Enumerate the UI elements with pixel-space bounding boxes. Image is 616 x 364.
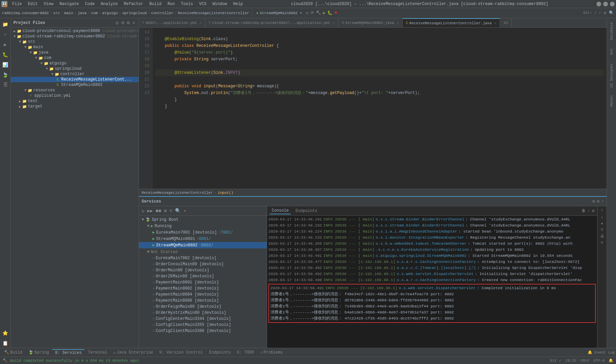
run-all-btn[interactable]: ▶▶ (146, 207, 153, 214)
tab-appyml-8801[interactable]: Y cloud-stream-rabbitmq-provider8801\...… (205, 18, 339, 28)
line-ending-indicator[interactable]: CRLF (581, 359, 589, 363)
code-editor[interactable]: 14 15 16 17 18 19 20 21 22 23 @EnableBin… (139, 28, 607, 189)
eureka-7001-port[interactable]: :7001/ (218, 230, 233, 235)
bottom-tab-java-enterprise[interactable]: ☕ Java Enterprise (111, 349, 156, 356)
payment-8001[interactable]: ○ PaymentMain8001 [devtools] (139, 279, 267, 285)
close-btn[interactable] (610, 2, 615, 6)
favorites-icon[interactable]: ⭐ (1, 328, 10, 338)
tab-endpoints[interactable]: Endpoints (293, 208, 319, 214)
maximize-btn[interactable] (603, 2, 608, 6)
debug-manager-icon[interactable]: 🐛 (1, 50, 10, 59)
editor-breadcrumb-method[interactable]: input() (218, 191, 233, 195)
sync-icon[interactable]: ⟳ (311, 10, 314, 16)
settings-panel-icon[interactable]: ⚙ (126, 19, 130, 26)
breadcrumb-main[interactable]: main (64, 11, 73, 15)
menu-refactor[interactable]: Refactor (121, 1, 146, 7)
notifications-icon[interactable]: 🔔 (609, 358, 613, 363)
menu-edit[interactable]: Edit (25, 1, 40, 7)
run-manager-icon[interactable]: ▶ (1, 40, 10, 49)
charset-indicator[interactable]: UTF-8 (593, 359, 605, 363)
scroll-end-icon[interactable]: ↓ (588, 208, 590, 213)
filter-console-icon[interactable]: ▽ (601, 227, 603, 232)
scroll-bottom-icon[interactable]: ↓ (600, 214, 603, 220)
tree-item-test[interactable]: ▶ 📁 test (11, 98, 139, 104)
eureka-7002[interactable]: ○ EurekaMain7002 [devtools] (139, 255, 267, 261)
search-svc-btn[interactable]: 🔍 (174, 207, 181, 214)
git-status-bar[interactable]: Git ✓ (550, 358, 561, 363)
bottom-tab-services[interactable]: 8: Services (52, 349, 84, 356)
tree-item-appyml[interactable]: Y application.yml (11, 93, 139, 98)
project-icon[interactable]: 📁 (1, 20, 10, 29)
close-console-icon[interactable]: ✕ (601, 240, 603, 245)
tree-item-springcloud[interactable]: ▼ 📁 springcloud (11, 66, 139, 71)
git-status[interactable]: Git: ✓ ✓ (583, 10, 601, 16)
breadcrumb-com[interactable]: com (91, 11, 98, 15)
tree-item-cloud-stream-consumer[interactable]: ▼ 📁 cloud-stream-rabbitmq-consumer8802 c… (11, 34, 139, 39)
build-icon[interactable]: 🔨 (316, 10, 321, 16)
filter-btn[interactable]: ▽ (169, 207, 173, 214)
menu-navigate[interactable]: Navigate (57, 1, 82, 7)
settings-services-icon[interactable]: ⚙ (592, 199, 595, 204)
bottom-tab-terminal[interactable]: Terminal (85, 350, 110, 356)
menu-code[interactable]: Code (82, 1, 97, 7)
database-icon[interactable]: 🗄 (1, 80, 10, 90)
add-svc-btn[interactable]: + (183, 208, 187, 214)
run-config[interactable]: ● StreamMQmMain8802 ▾ (256, 11, 302, 15)
stream-mq-8802[interactable]: ▶ StreamMQmMain8802 :8802/ (139, 242, 267, 248)
locate-icon[interactable]: ◎ (115, 19, 119, 26)
config-client-3366[interactable]: ○ ConfigClientMain3366 [devtools] (139, 328, 267, 334)
bottom-tab-vcs[interactable]: 9: Version Control (156, 350, 206, 356)
stop-all-btn[interactable]: ■■ (155, 208, 162, 214)
profiler-icon[interactable]: 📊 (1, 60, 10, 69)
minimize-services-icon[interactable]: − (602, 199, 604, 204)
tab-streammain[interactable]: J StreamMQmMain8802.java ✕ (339, 18, 403, 28)
tab-close-0[interactable]: ✕ (200, 21, 202, 25)
bottom-tab-todo[interactable]: 6: TODO (234, 350, 257, 356)
menu-run[interactable]: Run (165, 1, 178, 7)
clear-console-icon[interactable]: 🗑 (582, 208, 586, 213)
tree-item-cloud-providerconsul[interactable]: ▶ 📁 cloud-providerconsul-payment8006 clo… (11, 28, 139, 34)
menu-file[interactable]: File (9, 1, 25, 7)
tree-item-atguigu[interactable]: ▼ 📁 atguigu (11, 61, 139, 66)
tree-item-controller[interactable]: ▼ 📁 controller (11, 71, 139, 77)
tree-item-stream-main[interactable]: C StreamMQmMain8802 (11, 82, 139, 88)
tab-close-1[interactable]: ✕ (333, 21, 335, 25)
spring-icon[interactable]: 🍃 (1, 70, 10, 80)
payment-8004[interactable]: ○ PaymentMain8004 [devtools] (139, 292, 267, 298)
spring-boot-group[interactable]: ▼ 🍃 Spring Boot (139, 216, 267, 223)
minimize-btn[interactable] (596, 2, 601, 6)
refresh-services-btn[interactable]: ↻ (141, 207, 145, 214)
order-feign-80[interactable]: ○ OrderFeignMain80 [devtools] (139, 304, 267, 310)
gear-icon[interactable]: ⚙ (597, 199, 599, 204)
collapse-icon[interactable]: ⊟ (121, 19, 125, 26)
running-group[interactable]: ▼ ▶ Running (139, 223, 267, 229)
bottom-tab-endpoints[interactable]: Endpoints (206, 350, 234, 356)
config-center-3344[interactable]: ○ ConfigCenterMain3344 [devtools] (139, 316, 267, 322)
right-tab-ant[interactable]: Ant (608, 46, 615, 58)
stream-8801-port[interactable]: :8801/ (196, 237, 211, 241)
bottom-tab-build[interactable]: 🔨 Build (1, 349, 25, 356)
tree-item-java[interactable]: ▼ 📁 java (11, 50, 139, 55)
debug-icon[interactable]: 🐛 (327, 10, 332, 16)
breadcrumb-controller[interactable]: controller (151, 11, 173, 15)
right-tab-maven[interactable]: Maven (608, 93, 615, 109)
bottom-tab-problems[interactable]: ⚠ Problems (257, 349, 286, 356)
refresh-icon[interactable]: ↻ (306, 10, 309, 16)
wrap-icon[interactable]: ⬥ (601, 221, 603, 226)
right-tab-database[interactable]: Database (608, 20, 615, 43)
breadcrumb-java[interactable]: java (78, 11, 86, 15)
payment-8002[interactable]: ○ PaymentMain8002 [devtools] (139, 285, 267, 292)
close-panel-icon[interactable]: ✕ (132, 19, 136, 26)
right-tab-ui[interactable]: UI Designer (608, 60, 615, 90)
breadcrumb-class[interactable]: ReceiveMessageListenerController (178, 11, 249, 15)
bottom-tab-spring[interactable]: 🍃 Spring (26, 349, 52, 356)
tree-item-resources[interactable]: ▼ 📁 resources (11, 88, 139, 93)
not-started-group[interactable]: ▼ Not Started (139, 249, 267, 255)
search-everywhere-icon[interactable]: 🔍 (609, 10, 614, 16)
tree-item-main[interactable]: ▼ 📁 main (11, 44, 139, 50)
eureka-main-7001[interactable]: ▶ EurekaMain7001 [devtools] :7001/ (139, 229, 267, 236)
menu-vcs[interactable]: VCS (197, 1, 209, 7)
scroll-top-icon[interactable]: ↑ (600, 208, 603, 213)
stop-icon[interactable]: ■ (334, 10, 337, 16)
print-icon[interactable]: 🖨 (600, 234, 604, 239)
